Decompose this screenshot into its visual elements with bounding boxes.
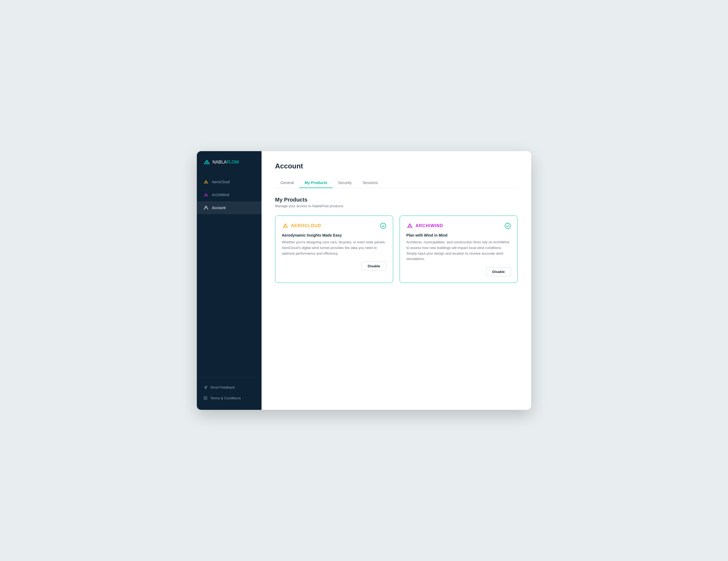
sidebar-item-aerocloud-label: AeroCloud bbox=[212, 180, 230, 184]
archiwind-name: ARCHIWIND bbox=[415, 224, 443, 228]
sidebar-item-aerocloud[interactable]: AeroCloud bbox=[197, 176, 262, 188]
nablaflow-logo-icon bbox=[203, 159, 210, 166]
sidebar: NABLAFLOW AeroCloud bbox=[197, 151, 262, 410]
archiwind-card-footer: Disable bbox=[406, 267, 511, 276]
tab-security[interactable]: Security bbox=[333, 178, 357, 188]
products-grid: AEROCLOUD Aerodynamic Insights Made Easy… bbox=[275, 216, 518, 283]
brand-name: NABLAFLOW bbox=[212, 160, 239, 165]
product-card-archiwind: ARCHIWIND Plan with Wind in Mind Archite… bbox=[400, 216, 518, 283]
page-title: Account bbox=[275, 162, 518, 170]
sidebar-nav: AeroCloud ArchiWind bbox=[197, 173, 262, 377]
card-archiwind-header: ARCHIWIND bbox=[406, 222, 511, 229]
archiwind-disable-button[interactable]: Disable bbox=[486, 267, 511, 276]
archiwind-check-icon bbox=[504, 223, 511, 229]
sidebar-item-archiwind[interactable]: ArchiWind bbox=[197, 188, 262, 201]
tab-general[interactable]: General bbox=[275, 178, 299, 188]
tab-myproducts[interactable]: My Products bbox=[299, 178, 333, 188]
sidebar-footer-terms[interactable]: Terms & Conditions bbox=[197, 392, 262, 403]
account-nav-icon bbox=[203, 205, 209, 211]
aerocloud-tagline: Aerodynamic Insights Made Easy bbox=[282, 233, 386, 238]
archiwind-description: Architects, municipalities, and construc… bbox=[406, 240, 511, 262]
aerocloud-nav-icon bbox=[203, 179, 209, 185]
tab-sessions[interactable]: Sessions bbox=[357, 178, 383, 188]
aerocloud-logo-icon bbox=[282, 222, 289, 229]
aerocloud-logo: AEROCLOUD bbox=[282, 222, 321, 229]
aerocloud-card-footer: Disable bbox=[282, 262, 386, 271]
aerocloud-description: Whether you're designing race cars, bicy… bbox=[282, 240, 386, 256]
product-card-aerocloud: AEROCLOUD Aerodynamic Insights Made Easy… bbox=[275, 216, 393, 283]
tabs-bar: General My Products Security Sessions bbox=[275, 178, 518, 188]
aerocloud-check-icon bbox=[380, 223, 386, 229]
svg-line-10 bbox=[205, 387, 206, 388]
sidebar-item-account-label: Account bbox=[212, 206, 226, 210]
svg-point-22 bbox=[505, 223, 510, 229]
svg-point-18 bbox=[380, 223, 386, 229]
aerocloud-disable-button[interactable]: Disable bbox=[362, 262, 386, 271]
sidebar-item-account[interactable]: Account bbox=[197, 201, 262, 214]
section-title: My Products bbox=[275, 197, 518, 203]
main-content: Account General My Products Security Ses… bbox=[262, 151, 531, 410]
app-container: NABLAFLOW AeroCloud bbox=[197, 151, 531, 410]
section-subtitle: Manage your access to NablaFlow products… bbox=[275, 204, 518, 208]
feedback-icon bbox=[203, 385, 208, 389]
archiwind-nav-icon bbox=[203, 192, 209, 198]
sidebar-footer: Send Feedback Terms & Conditions bbox=[197, 377, 262, 410]
archiwind-tagline: Plan with Wind in Mind bbox=[406, 233, 511, 238]
sidebar-footer-feedback[interactable]: Send Feedback bbox=[197, 382, 262, 392]
card-aerocloud-header: AEROCLOUD bbox=[282, 222, 386, 229]
sidebar-logo: NABLAFLOW bbox=[197, 151, 262, 173]
archiwind-logo-icon bbox=[406, 222, 413, 229]
feedback-label: Send Feedback bbox=[210, 385, 235, 389]
sidebar-item-archiwind-label: ArchiWind bbox=[212, 193, 229, 197]
archiwind-logo: ARCHIWIND bbox=[406, 222, 443, 229]
aerocloud-name: AEROCLOUD bbox=[291, 224, 321, 228]
terms-label: Terms & Conditions bbox=[210, 396, 241, 400]
terms-icon bbox=[203, 396, 208, 400]
